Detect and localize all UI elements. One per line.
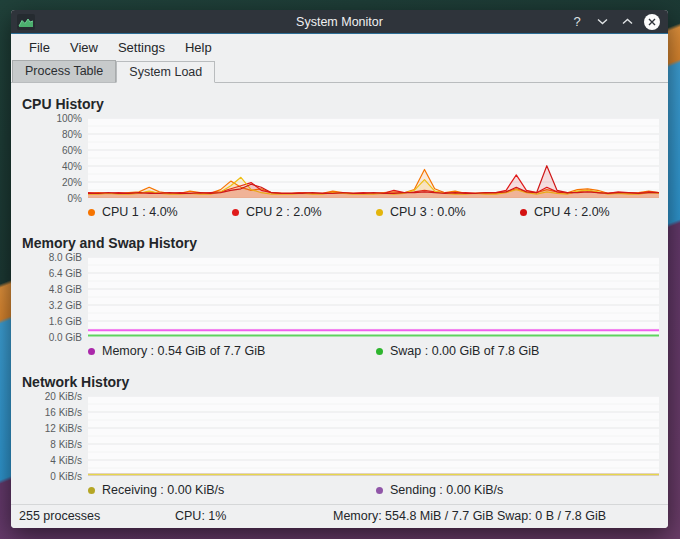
legend-dot-icon <box>232 209 239 216</box>
menu-settings[interactable]: Settings <box>108 36 175 59</box>
axis-tick-label: 100% <box>56 113 82 124</box>
chart-canvas <box>88 257 659 337</box>
chevron-down-icon <box>597 18 608 25</box>
legend-dot-icon <box>376 209 383 216</box>
axis-tick-label: 60% <box>62 145 82 156</box>
axis-tick-label: 0 KiB/s <box>50 471 82 482</box>
legend-item: Memory : 0.54 GiB of 7.7 GiB <box>88 344 376 358</box>
legend-label: Memory : 0.54 GiB of 7.7 GiB <box>102 344 265 358</box>
menu-help[interactable]: Help <box>175 36 222 59</box>
chevron-up-icon <box>622 18 633 25</box>
axis-tick-label: 8.0 GiB <box>49 252 82 263</box>
close-icon <box>648 18 656 26</box>
network-legend: Receiving : 0.00 KiB/sSending : 0.00 KiB… <box>88 481 668 499</box>
legend-dot-icon <box>88 348 95 355</box>
memory-swap-title: Memory and Swap History <box>22 235 668 251</box>
status-processes: 255 processes <box>19 509 100 523</box>
close-button[interactable] <box>644 14 660 30</box>
status-bar: 255 processes CPU: 1% Memory: 554.8 MiB … <box>11 504 668 528</box>
menu-bar: File View Settings Help <box>11 34 668 60</box>
axis-tick-label: 8 KiB/s <box>50 439 82 450</box>
legend-label: CPU 3 : 0.0% <box>390 205 466 219</box>
desktop-background: { "window": { "title": "System Monitor",… <box>0 0 680 539</box>
legend-item: CPU 3 : 0.0% <box>376 205 520 219</box>
legend-item: Receiving : 0.00 KiB/s <box>88 483 376 497</box>
system-monitor-window: System Monitor ? File View Settings Help… <box>11 10 668 528</box>
axis-tick-label: 4 KiB/s <box>50 455 82 466</box>
maximize-button[interactable] <box>619 14 635 30</box>
axis-tick-label: 12 KiB/s <box>45 423 82 434</box>
legend-label: CPU 1 : 4.0% <box>102 205 178 219</box>
tab-bar: Process Table System Load <box>11 60 668 83</box>
network-history-title: Network History <box>22 374 668 390</box>
cpu-history-chart <box>88 118 659 198</box>
axis-tick-label: 6.4 GiB <box>49 268 82 279</box>
axis-tick-label: 20% <box>62 177 82 188</box>
legend-label: Receiving : 0.00 KiB/s <box>102 483 224 497</box>
cpu-legend: CPU 1 : 4.0%CPU 2 : 2.0%CPU 3 : 0.0%CPU … <box>88 203 668 221</box>
help-button[interactable]: ? <box>569 14 585 30</box>
legend-item: CPU 1 : 4.0% <box>88 205 232 219</box>
system-load-page: CPU History 100%80%60%40%20%0% CPU 1 : 4… <box>11 83 668 504</box>
axis-tick-label: 20 KiB/s <box>45 391 82 402</box>
legend-dot-icon <box>376 348 383 355</box>
legend-dot-icon <box>520 209 527 216</box>
menu-file[interactable]: File <box>19 36 60 59</box>
axis-tick-label: 16 KiB/s <box>45 407 82 418</box>
memory-y-axis: 8.0 GiB6.4 GiB4.8 GiB3.2 GiB1.6 GiB0.0 G… <box>11 257 88 337</box>
legend-item: Sending : 0.00 KiB/s <box>376 483 664 497</box>
legend-dot-icon <box>376 487 383 494</box>
cpu-history-title: CPU History <box>22 96 668 112</box>
network-history-section: Network History 20 KiB/s16 KiB/s12 KiB/s… <box>11 374 668 499</box>
titlebar[interactable]: System Monitor ? <box>11 10 668 34</box>
legend-label: Sending : 0.00 KiB/s <box>390 483 503 497</box>
status-memory: Memory: 554.8 MiB / 7.7 GiB <box>333 509 493 523</box>
axis-tick-label: 80% <box>62 129 82 140</box>
network-history-chart <box>88 396 659 476</box>
status-cpu: CPU: 1% <box>175 509 226 523</box>
axis-tick-label: 0% <box>68 193 82 204</box>
chart-canvas <box>88 396 659 476</box>
axis-tick-label: 40% <box>62 161 82 172</box>
legend-label: CPU 2 : 2.0% <box>246 205 322 219</box>
legend-dot-icon <box>88 487 95 494</box>
series-line <box>88 166 659 194</box>
legend-label: Swap : 0.00 GiB of 7.8 GiB <box>390 344 539 358</box>
legend-item: CPU 4 : 2.0% <box>520 205 664 219</box>
cpu-history-section: CPU History 100%80%60%40%20%0% CPU 1 : 4… <box>11 96 668 221</box>
memory-swap-section: Memory and Swap History 8.0 GiB6.4 GiB4.… <box>11 235 668 360</box>
legend-label: CPU 4 : 2.0% <box>534 205 610 219</box>
minimize-button[interactable] <box>594 14 610 30</box>
axis-tick-label: 4.8 GiB <box>49 284 82 295</box>
axis-tick-label: 3.2 GiB <box>49 300 82 311</box>
legend-item: CPU 2 : 2.0% <box>232 205 376 219</box>
cpu-y-axis: 100%80%60%40%20%0% <box>11 118 88 198</box>
menu-view[interactable]: View <box>60 36 108 59</box>
tab-process-table[interactable]: Process Table <box>12 60 116 82</box>
tab-system-load[interactable]: System Load <box>116 61 215 83</box>
legend-dot-icon <box>88 209 95 216</box>
memory-swap-chart <box>88 257 659 337</box>
status-swap: Swap: 0 B / 7.8 GiB <box>497 509 606 523</box>
axis-tick-label: 1.6 GiB <box>49 316 82 327</box>
axis-tick-label: 0.0 GiB <box>49 332 82 343</box>
network-y-axis: 20 KiB/s16 KiB/s12 KiB/s8 KiB/s4 KiB/s0 … <box>11 396 88 476</box>
legend-item: Swap : 0.00 GiB of 7.8 GiB <box>376 344 664 358</box>
memory-legend: Memory : 0.54 GiB of 7.7 GiBSwap : 0.00 … <box>88 342 668 360</box>
chart-canvas <box>88 118 659 198</box>
